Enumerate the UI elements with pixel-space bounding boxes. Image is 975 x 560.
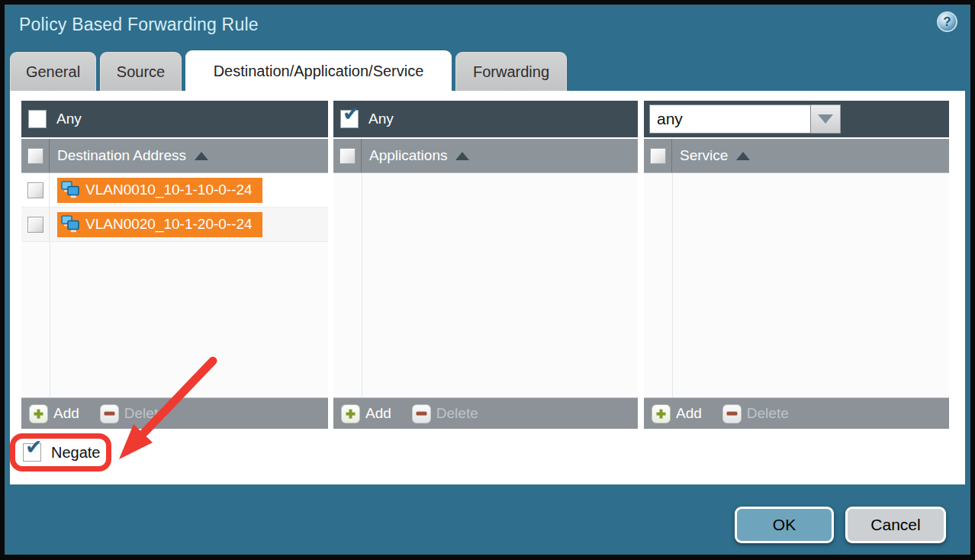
table-row[interactable]: VLAN0010_10-1-10-0--24 bbox=[21, 173, 328, 208]
service-panel: any Service bbox=[644, 101, 949, 429]
plus-icon bbox=[652, 404, 671, 423]
tab-content: Any Destination Address bbox=[10, 91, 965, 484]
any-label: Any bbox=[56, 111, 82, 127]
negate-checkbox[interactable]: ✔ bbox=[23, 443, 41, 462]
service-dropdown[interactable]: any bbox=[649, 105, 841, 134]
tab-destination-application-service[interactable]: Destination/Application/Service bbox=[185, 50, 452, 91]
service-sort-header[interactable]: Service bbox=[672, 139, 750, 172]
destination-list: VLAN0010_10-1-10-0--24 VLAN bbox=[21, 172, 328, 397]
policy-based-forwarding-dialog: Policy Based Forwarding Rule ? General S… bbox=[0, 0, 975, 560]
delete-button[interactable]: Delete bbox=[412, 404, 478, 423]
destination-panel: Any Destination Address bbox=[21, 101, 328, 429]
applications-panel: ✔ Any Applications bbox=[333, 101, 638, 429]
column-label: Destination Address bbox=[57, 147, 186, 164]
address-object-chip[interactable]: VLAN0020_10-1-20-0--24 bbox=[57, 212, 262, 237]
tab-label: Destination/Application/Service bbox=[214, 63, 424, 80]
applications-sort-header[interactable]: Applications bbox=[362, 139, 469, 172]
column-label: Applications bbox=[369, 147, 447, 164]
cancel-button[interactable]: Cancel bbox=[845, 507, 946, 543]
address-group-icon bbox=[60, 181, 80, 199]
destination-select-all-checkbox[interactable] bbox=[27, 148, 43, 164]
applications-actions-bar: Add Delete bbox=[333, 397, 638, 429]
destination-address-sort-header[interactable]: Destination Address bbox=[50, 139, 208, 172]
checkmark-icon: ✔ bbox=[25, 437, 43, 458]
tab-source[interactable]: Source bbox=[100, 52, 182, 91]
negate-highlight-box: ✔ Negate bbox=[10, 433, 111, 471]
destination-column-header: Destination Address bbox=[21, 139, 328, 172]
ok-button[interactable]: OK bbox=[735, 507, 834, 543]
address-object-chip[interactable]: VLAN0010_10-1-10-0--24 bbox=[57, 178, 262, 203]
negate-label: Negate bbox=[51, 444, 101, 462]
minus-icon bbox=[412, 404, 431, 423]
row-checkbox[interactable] bbox=[27, 217, 43, 233]
sort-ascending-icon bbox=[455, 152, 469, 160]
applications-any-checkbox[interactable]: ✔ bbox=[340, 110, 359, 128]
delete-button[interactable]: Delete bbox=[100, 404, 166, 423]
tab-label: Forwarding bbox=[473, 63, 549, 81]
applications-any-bar: ✔ Any bbox=[333, 101, 638, 137]
delete-button[interactable]: Delete bbox=[722, 404, 789, 423]
destination-actions-bar: Add Delete bbox=[21, 397, 328, 429]
destination-any-checkbox[interactable] bbox=[28, 110, 47, 128]
tab-bar: General Source Destination/Application/S… bbox=[10, 52, 567, 91]
minus-icon bbox=[100, 404, 119, 423]
table-row[interactable]: VLAN0020_10-1-20-0--24 bbox=[21, 208, 328, 242]
any-label: Any bbox=[368, 111, 394, 127]
tab-label: General bbox=[26, 63, 80, 81]
row-checkbox[interactable] bbox=[27, 182, 43, 198]
tab-label: Source bbox=[117, 63, 165, 81]
column-divider bbox=[672, 173, 673, 397]
column-label: Service bbox=[680, 147, 728, 164]
minus-icon bbox=[722, 404, 742, 423]
tab-general[interactable]: General bbox=[10, 52, 96, 91]
address-group-icon bbox=[60, 215, 80, 233]
question-mark-glyph: ? bbox=[943, 14, 951, 30]
service-dropdown-button[interactable] bbox=[811, 105, 841, 134]
add-button[interactable]: Add bbox=[652, 404, 702, 423]
destination-any-bar: Any bbox=[21, 101, 328, 137]
address-object-label: VLAN0020_10-1-20-0--24 bbox=[85, 216, 253, 233]
sort-ascending-icon bbox=[195, 152, 208, 160]
column-divider bbox=[362, 173, 362, 397]
address-object-label: VLAN0010_10-1-10-0--24 bbox=[85, 182, 253, 198]
add-button[interactable]: Add bbox=[341, 404, 391, 423]
chevron-down-icon bbox=[818, 114, 833, 124]
checkmark-icon: ✔ bbox=[343, 104, 360, 124]
service-column-header: Service bbox=[644, 139, 949, 172]
service-list bbox=[644, 172, 949, 397]
help-icon[interactable]: ? bbox=[937, 11, 957, 32]
applications-list bbox=[333, 172, 638, 397]
add-button[interactable]: Add bbox=[29, 404, 79, 423]
applications-select-all-checkbox[interactable] bbox=[339, 148, 356, 164]
applications-column-header: Applications bbox=[333, 139, 638, 172]
plus-icon bbox=[341, 404, 360, 423]
sort-ascending-icon bbox=[736, 152, 750, 160]
service-actions-bar: Add Delete bbox=[644, 397, 949, 429]
plus-icon bbox=[29, 404, 48, 423]
service-dropdown-value[interactable]: any bbox=[649, 105, 811, 134]
service-selector-bar: any bbox=[644, 101, 949, 137]
tab-forwarding[interactable]: Forwarding bbox=[455, 52, 567, 91]
service-select-all-checkbox[interactable] bbox=[650, 148, 666, 164]
dialog-title: Policy Based Forwarding Rule bbox=[19, 14, 259, 35]
